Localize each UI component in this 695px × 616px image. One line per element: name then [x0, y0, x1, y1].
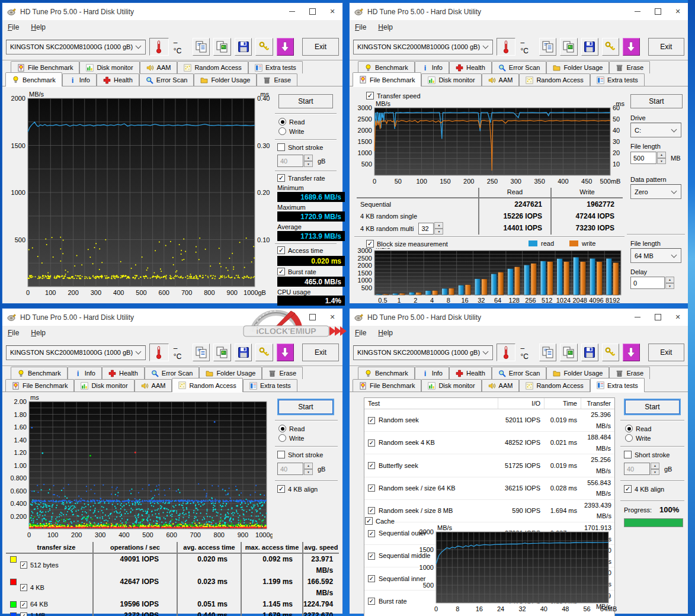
tab-benchmark[interactable]: Benchmark — [358, 61, 415, 73]
tab-info[interactable]: iInfo — [62, 73, 97, 86]
drive-select[interactable]: C: — [630, 123, 681, 137]
save-button[interactable] — [235, 344, 252, 361]
exit-button[interactable]: Exit — [302, 38, 339, 56]
tab-random-access[interactable]: Random Access — [519, 379, 590, 392]
tab-folder-usage[interactable]: Folder Usage — [199, 367, 262, 379]
tab-random-access[interactable]: Random Access — [519, 73, 590, 86]
keys-button[interactable] — [602, 38, 619, 56]
short-stroke-checkbox[interactable]: Short stroke — [277, 143, 323, 151]
update-arrow-button[interactable] — [623, 344, 640, 361]
tab-error-scan[interactable]: Error Scan — [492, 367, 547, 379]
tab-erase[interactable]: Erase — [262, 367, 303, 379]
tab-random-access[interactable]: Random Access — [172, 378, 242, 392]
menu-help[interactable]: Help — [31, 329, 46, 337]
read-radio[interactable]: Read — [625, 425, 651, 432]
update-arrow-button[interactable] — [623, 38, 640, 56]
access-time-checkbox[interactable]: ✓Access time — [277, 246, 323, 254]
spin-up-icon[interactable]: ▲ — [665, 277, 674, 283]
start-button[interactable]: Start — [625, 400, 680, 414]
block-size-checkbox[interactable]: ✓Block size measurement — [366, 240, 448, 248]
test-checkbox[interactable]: ✓ — [368, 439, 375, 447]
4kb-align-checkbox[interactable]: ✓4 KB align — [277, 485, 318, 493]
tab-file-benchmark[interactable]: File Benchmark — [5, 379, 74, 392]
close-button[interactable]: ✕ — [668, 309, 688, 326]
tab-folder-usage[interactable]: Folder Usage — [546, 61, 609, 73]
tab-info[interactable]: iInfo — [415, 367, 449, 379]
tab-error-scan[interactable]: Error Scan — [492, 61, 547, 73]
tab-file-benchmark[interactable]: File Benchmark — [353, 379, 421, 392]
short-stroke-checkbox[interactable]: Short stroke — [277, 451, 323, 458]
tab-info[interactable]: iInfo — [68, 367, 102, 379]
test-checkbox[interactable]: ✓ — [368, 553, 375, 560]
cache-checkbox[interactable]: ✓Cache — [365, 517, 395, 525]
tab-health[interactable]: Health — [97, 73, 139, 86]
menu-help[interactable]: Help — [378, 329, 393, 337]
tab-extra-tests[interactable]: Extra tests — [590, 73, 645, 86]
copy-image-button[interactable] — [213, 38, 230, 56]
delay-spinner[interactable]: 0▲▼ — [630, 277, 674, 289]
tab-aam[interactable]: AAM — [482, 379, 520, 392]
menu-file[interactable]: File — [8, 329, 19, 337]
tab-file-benchmark[interactable]: File Benchmark — [353, 72, 421, 86]
tab-aam[interactable]: AAM — [482, 73, 520, 86]
stroke-length-spinner[interactable]: 40▲▼gB — [277, 463, 325, 475]
multi-queue-spinner[interactable]: 32▲▼ — [418, 222, 443, 235]
device-select[interactable]: KINGSTON SKC2000M81000G (1000 gB) — [353, 40, 493, 54]
minimize-button[interactable] — [627, 3, 648, 20]
menu-file[interactable]: File — [8, 23, 19, 31]
tab-folder-usage[interactable]: Folder Usage — [194, 73, 257, 86]
test-checkbox[interactable]: ✓ — [368, 507, 375, 514]
copy-text-button[interactable] — [193, 38, 210, 56]
tab-erase[interactable]: Erase — [609, 367, 650, 379]
test-checkbox[interactable]: ✓ — [368, 485, 375, 492]
series-checkbox[interactable]: ✓ — [20, 584, 27, 591]
tab-benchmark[interactable]: Benchmark — [5, 72, 62, 86]
spin-up-icon[interactable]: ▲ — [651, 463, 659, 469]
title-bar[interactable]: HD Tune Pro 5.00 - Hard Disk Utility✕ — [350, 3, 688, 20]
spin-down-icon[interactable]: ▼ — [665, 283, 674, 290]
data-pattern-select[interactable]: Zero — [630, 184, 681, 199]
tab-aam[interactable]: AAM — [134, 379, 172, 392]
device-select[interactable]: KINGSTON SKC2000M81000G (1000 gB) — [353, 345, 493, 360]
tab-disk-monitor[interactable]: Disk monitor — [421, 73, 481, 86]
test-checkbox[interactable]: ✓ — [368, 575, 375, 582]
device-select[interactable]: KINGSTON SKC2000M81000G (1000 gB) — [6, 345, 146, 360]
tab-disk-monitor[interactable]: Disk monitor — [421, 379, 481, 392]
test-checkbox[interactable]: ✓ — [368, 462, 375, 469]
spin-up-icon[interactable]: ▲ — [304, 155, 313, 161]
test-checkbox[interactable]: ✓ — [368, 530, 375, 537]
close-button[interactable]: ✕ — [668, 3, 688, 20]
maximize-button[interactable] — [302, 3, 322, 20]
maximize-button[interactable] — [648, 3, 668, 20]
tab-disk-monitor[interactable]: Disk monitor — [79, 61, 139, 73]
spin-up-icon[interactable]: ▲ — [657, 152, 666, 158]
write-radio[interactable]: Write — [278, 127, 304, 135]
title-bar[interactable]: HD Tune Pro 5.00 - Hard Disk Utility✕ — [350, 309, 688, 326]
4kb-align-checkbox[interactable]: ✓4 KB align — [624, 485, 664, 493]
copy-text-button[interactable] — [539, 38, 556, 56]
save-button[interactable] — [581, 344, 598, 361]
file-length-spinner[interactable]: 500▲▼MB — [630, 152, 681, 164]
copy-text-button[interactable] — [539, 344, 556, 361]
write-radio[interactable]: Write — [278, 434, 304, 442]
tab-folder-usage[interactable]: Folder Usage — [546, 367, 609, 379]
file-length2-select[interactable]: 64 MB — [630, 248, 681, 263]
copy-image-button[interactable] — [560, 38, 577, 56]
spin-down-icon[interactable]: ▼ — [304, 469, 313, 476]
series-checkbox[interactable]: ✓ — [20, 601, 27, 608]
keys-button[interactable] — [602, 344, 619, 361]
menu-help[interactable]: Help — [378, 23, 393, 31]
spin-down-icon[interactable]: ▼ — [304, 161, 313, 168]
maximize-button[interactable] — [648, 309, 668, 326]
spin-down-icon[interactable]: ▼ — [651, 469, 659, 476]
tab-random-access[interactable]: Random Access — [177, 61, 248, 73]
start-button[interactable]: Start — [278, 400, 333, 414]
exit-button[interactable]: Exit — [648, 344, 684, 361]
minimize-button[interactable] — [282, 3, 302, 20]
transfer-speed-checkbox[interactable]: ✓Transfer speed — [366, 92, 421, 100]
read-radio[interactable]: Read — [278, 425, 305, 432]
stroke-length-spinner[interactable]: 40▲▼gB — [624, 463, 672, 475]
start-button[interactable]: Start — [630, 94, 683, 108]
transfer-rate-checkbox[interactable]: ✓Transfer rate — [277, 174, 325, 182]
series-checkbox[interactable]: ✓ — [20, 562, 27, 569]
